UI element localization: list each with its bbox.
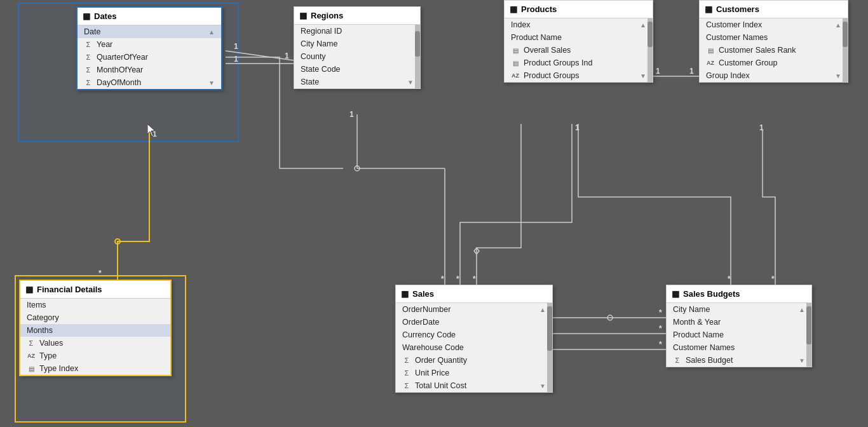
field-label: Customer Group bbox=[719, 58, 777, 67]
table-row[interactable]: Σ Values bbox=[20, 337, 170, 349]
sigma-icon: Σ bbox=[84, 78, 93, 87]
svg-point-8 bbox=[115, 239, 120, 244]
table-row[interactable]: Date ▲ bbox=[78, 25, 221, 38]
table-row[interactable]: Σ DayOfMonth ▼ bbox=[78, 76, 221, 89]
field-label: Months bbox=[27, 326, 53, 335]
table-row[interactable]: AZ Type bbox=[20, 349, 170, 362]
products-table-header: ▦ Products bbox=[505, 1, 653, 18]
svg-text:1: 1 bbox=[285, 51, 289, 60]
table-row[interactable]: Customer Names bbox=[667, 341, 811, 354]
table-row[interactable]: Σ Sales Budget ▼ bbox=[667, 354, 811, 367]
svg-text:*: * bbox=[441, 274, 444, 283]
sales-budgets-table-title: Sales Budgets bbox=[683, 289, 740, 299]
table-row[interactable]: Σ Year bbox=[78, 38, 221, 51]
table-row[interactable]: State Code bbox=[294, 63, 420, 76]
table-row[interactable]: State ▼ bbox=[294, 76, 420, 88]
table-row[interactable]: Σ Total Unit Cost ▼ bbox=[396, 379, 552, 392]
table-row[interactable]: Months bbox=[20, 324, 170, 337]
field-label: Warehouse Code bbox=[402, 343, 464, 352]
table-row[interactable]: Warehouse Code bbox=[396, 341, 552, 354]
field-label: Total Unit Cost bbox=[415, 381, 466, 390]
customers-table-title: Customers bbox=[716, 4, 759, 14]
table-row[interactable]: Σ Unit Price bbox=[396, 367, 552, 379]
customers-table-header: ▦ Customers bbox=[700, 1, 848, 18]
svg-text:*: * bbox=[659, 340, 662, 349]
field-label: City Name bbox=[673, 305, 710, 314]
calendar-icon: ▦ bbox=[705, 4, 712, 14]
table-row[interactable]: Month & Year bbox=[667, 316, 811, 329]
field-label: Category bbox=[27, 313, 59, 322]
table-row[interactable]: County bbox=[294, 50, 420, 63]
svg-text:*: * bbox=[659, 324, 662, 333]
financial-table-header: ▦ Financial Details bbox=[20, 281, 170, 299]
field-label: Customer Names bbox=[706, 33, 768, 42]
sigma-icon: Σ bbox=[84, 53, 93, 62]
field-label: Overall Sales bbox=[524, 46, 571, 55]
calendar-icon: ▦ bbox=[299, 11, 307, 20]
field-label: City Name bbox=[301, 39, 337, 48]
table-row[interactable]: Index ▲ bbox=[505, 18, 653, 31]
regions-table-title: Regions bbox=[311, 11, 343, 20]
field-label: State bbox=[301, 78, 319, 86]
table-row[interactable]: Product Name bbox=[505, 31, 653, 44]
sales-table-header: ▦ Sales bbox=[396, 285, 552, 303]
sales-table[interactable]: ▦ Sales OrderNumber ▲ OrderDate Currency… bbox=[395, 285, 553, 393]
table-row[interactable]: Items bbox=[20, 299, 170, 311]
table-row[interactable]: ▤ Customer Sales Rank bbox=[700, 44, 848, 57]
table-row[interactable]: Currency Code bbox=[396, 329, 552, 341]
table-row[interactable]: Customer Index ▲ bbox=[700, 18, 848, 31]
sigma-icon: Σ bbox=[402, 356, 411, 365]
regions-table-header: ▦ Regions bbox=[294, 7, 420, 25]
table-row[interactable]: Σ QuarterOfYear bbox=[78, 51, 221, 64]
table-row[interactable]: ▤ Overall Sales bbox=[505, 44, 653, 57]
field-label: Order Quantity bbox=[415, 356, 467, 365]
field-label: Type bbox=[39, 351, 57, 360]
field-label: Regional ID bbox=[301, 27, 342, 36]
sigma-icon: Σ bbox=[84, 40, 93, 49]
calendar-icon: ▦ bbox=[672, 289, 679, 299]
table-row[interactable]: City Name bbox=[294, 37, 420, 50]
field-label: QuarterOfYear bbox=[97, 53, 148, 62]
table-row[interactable]: Customer Names bbox=[700, 31, 848, 44]
table-row[interactable]: ▤ Type Index bbox=[20, 362, 170, 375]
dates-table[interactable]: ▦ Dates Date ▲ Σ Year Σ QuarterOfYear Σ … bbox=[76, 6, 222, 90]
svg-text:1: 1 bbox=[759, 123, 764, 132]
svg-text:*: * bbox=[473, 274, 476, 283]
table-row[interactable]: OrderDate bbox=[396, 316, 552, 329]
products-table-title: Products bbox=[521, 4, 557, 14]
svg-text:*: * bbox=[659, 308, 662, 317]
table-row[interactable]: Regional ID bbox=[294, 25, 420, 37]
field-label: Month & Year bbox=[673, 318, 721, 327]
svg-point-25 bbox=[607, 315, 613, 320]
customers-table[interactable]: ▦ Customers Customer Index ▲ Customer Na… bbox=[699, 0, 848, 83]
svg-text:1: 1 bbox=[575, 123, 580, 132]
table-row[interactable]: Group Index ▼ bbox=[700, 69, 848, 82]
svg-text:*: * bbox=[771, 274, 775, 283]
table-row[interactable]: Category bbox=[20, 311, 170, 324]
field-label: Currency Code bbox=[402, 330, 456, 339]
table-row[interactable]: ▤ Product Groups Ind bbox=[505, 57, 653, 69]
table-row[interactable]: AZ Product Groups ▼ bbox=[505, 69, 653, 82]
financial-details-table[interactable]: ▦ Financial Details Items Category Month… bbox=[19, 280, 172, 376]
table-row[interactable]: OrderNumber ▲ bbox=[396, 303, 552, 316]
field-label: Product Groups Ind bbox=[524, 58, 592, 67]
sales-budgets-table[interactable]: ▦ Sales Budgets City Name ▲ Month & Year… bbox=[666, 285, 812, 367]
sigma-icon: Σ bbox=[27, 339, 36, 348]
table-row[interactable]: City Name ▲ bbox=[667, 303, 811, 316]
field-label: MonthOfYear bbox=[97, 65, 143, 74]
field-label: Year bbox=[97, 40, 112, 49]
products-table[interactable]: ▦ Products Index ▲ Product Name ▤ Overal… bbox=[504, 0, 653, 83]
table-sm-icon: ▤ bbox=[511, 46, 520, 55]
table-sm-icon: ▤ bbox=[511, 58, 520, 67]
table-row[interactable]: Σ MonthOfYear bbox=[78, 64, 221, 76]
financial-table-title: Financial Details bbox=[37, 285, 102, 294]
table-row[interactable]: Σ Order Quantity bbox=[396, 354, 552, 367]
regions-table[interactable]: ▦ Regions Regional ID City Name County S… bbox=[294, 6, 421, 89]
calendar-icon: ▦ bbox=[510, 4, 517, 14]
sigma-icon: Σ bbox=[402, 381, 411, 390]
svg-marker-31 bbox=[474, 248, 479, 254]
table-row[interactable]: Product Name bbox=[667, 329, 811, 341]
calendar-icon: ▦ bbox=[401, 289, 409, 299]
table-row[interactable]: AZ Customer Group bbox=[700, 57, 848, 69]
calendar-icon: ▦ bbox=[83, 11, 90, 21]
